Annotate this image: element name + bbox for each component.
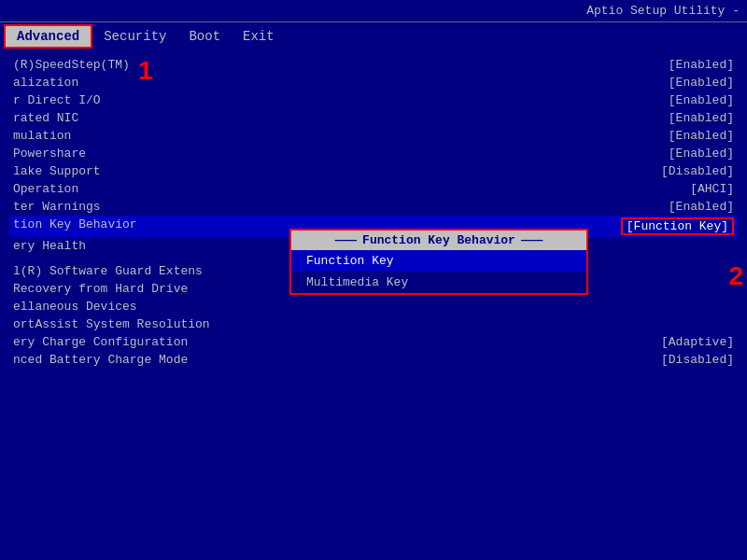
nav-item-boot[interactable]: Boot <box>177 26 232 47</box>
table-row: ter Warnings [Enabled] <box>9 198 738 216</box>
table-row: (R)SpeedStep(TM) [Enabled] <box>9 56 738 74</box>
table-row: mulation [Enabled] <box>9 127 738 145</box>
table-row: rated NIC [Enabled] <box>9 109 738 127</box>
table-row: r Direct I/O [Enabled] <box>9 91 738 109</box>
table-row: nced Battery Charge Mode [Disabled] <box>9 351 738 369</box>
table-row: Operation [AHCI] <box>9 180 738 198</box>
setting-label: lake Support <box>13 164 661 178</box>
nav-item-exit[interactable]: Exit <box>232 26 286 47</box>
nav-item-advanced[interactable]: Advanced <box>4 24 92 49</box>
setting-label: ortAssist System Resolution <box>13 317 734 331</box>
setting-label: (R)SpeedStep(TM) <box>13 58 669 72</box>
setting-value: [Enabled] <box>669 76 734 90</box>
table-row: Powershare [Enabled] <box>9 145 738 162</box>
setting-label: ter Warnings <box>13 200 669 214</box>
setting-value: [AHCI] <box>690 182 734 196</box>
setting-label: ellaneous Devices <box>13 300 734 314</box>
table-row: ery Charge Configuration [Adaptive] <box>9 333 738 351</box>
content-area: (R)SpeedStep(TM) [Enabled] alization [En… <box>0 50 747 374</box>
table-row: ortAssist System Resolution <box>9 315 738 333</box>
setting-value: [Disabled] <box>661 353 734 367</box>
header-bar: Aptio Setup Utility - <box>0 0 747 22</box>
setting-label: rated NIC <box>13 111 669 125</box>
setting-value-active: [Function Key] <box>621 217 734 235</box>
setting-label: Powershare <box>13 147 669 161</box>
table-row: ellaneous Devices <box>9 298 738 315</box>
setting-value: [Enabled] <box>669 93 734 107</box>
dropdown-option-function-key[interactable]: Function Key <box>291 250 586 272</box>
setting-label: alization <box>13 76 669 90</box>
setting-value: [Enabled] <box>669 147 734 161</box>
setting-value: [Enabled] <box>669 111 734 125</box>
annotation-1: 1 <box>138 56 153 86</box>
app-title: Aptio Setup Utility - <box>586 4 740 18</box>
annotation-2: 2 <box>728 261 743 291</box>
nav-item-security[interactable]: Security <box>92 26 177 47</box>
setting-label: ery Charge Configuration <box>13 335 661 349</box>
setting-label: mulation <box>13 129 669 143</box>
setting-value: [Enabled] <box>669 200 734 214</box>
nav-bar: Advanced Security Boot Exit <box>0 22 747 50</box>
setting-value: [Disabled] <box>661 164 734 178</box>
table-row: alization [Enabled] <box>9 74 738 91</box>
dropdown-option-multimedia-key[interactable]: Multimedia Key <box>291 272 586 293</box>
setting-label: r Direct I/O <box>13 93 669 107</box>
table-row: lake Support [Disabled] <box>9 162 738 180</box>
dropdown-title: Function Key Behavior <box>291 231 586 250</box>
setting-value: [Adaptive] <box>661 335 734 349</box>
setting-value: [Enabled] <box>669 58 734 72</box>
setting-label: Operation <box>13 182 690 196</box>
dropdown-popup: Function Key Behavior Function Key Multi… <box>289 229 588 295</box>
setting-value: [Enabled] <box>669 129 734 143</box>
setting-label: nced Battery Charge Mode <box>13 353 661 367</box>
